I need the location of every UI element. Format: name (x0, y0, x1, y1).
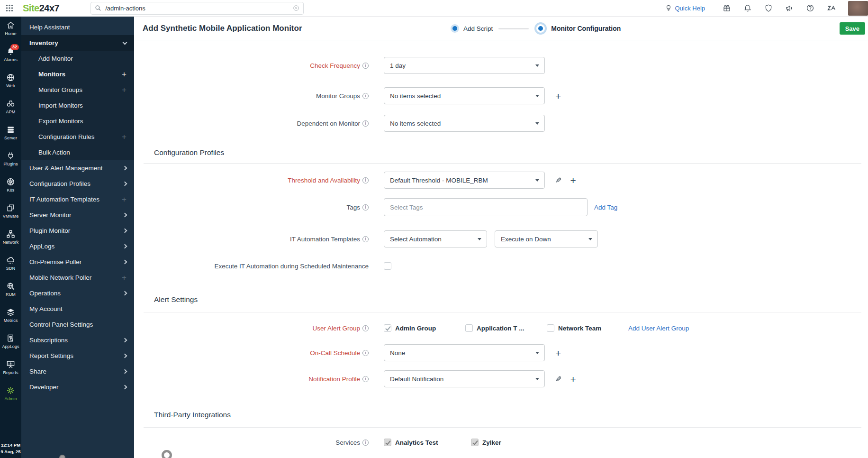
info-icon[interactable]: i (362, 325, 369, 331)
rail-item-plugins[interactable]: Plugins (0, 151, 21, 177)
step-add-script[interactable]: Add Script (451, 24, 493, 33)
service-option[interactable]: Analytics Test (384, 439, 471, 446)
service-option[interactable]: Zylker (471, 439, 558, 446)
rail-item-web[interactable]: Web (0, 73, 21, 99)
rail-item-vmware[interactable]: VMware (0, 203, 21, 229)
save-button[interactable]: Save (840, 22, 865, 35)
sidebar-item-configuration-rules[interactable]: Configuration Rules+ (21, 129, 134, 145)
automation-select[interactable]: Select Automation (384, 230, 487, 247)
sidebar-item-report-settings[interactable]: Report Settings (21, 348, 134, 364)
clear-search-icon[interactable] (293, 5, 299, 11)
sidebar-item-bulk-action[interactable]: Bulk Action (21, 145, 134, 160)
sidebar-item-operations[interactable]: Operations (21, 285, 134, 301)
apps-grid-icon[interactable] (6, 4, 13, 12)
edit-notification-profile-icon[interactable]: ✎ (555, 375, 561, 384)
monitor-groups-select[interactable]: No items selected (384, 87, 545, 104)
sidebar-item-export-monitors[interactable]: Export Monitors (21, 113, 134, 129)
info-icon[interactable]: i (362, 93, 369, 99)
sidebar-item-applogs[interactable]: AppLogs (21, 238, 134, 254)
rail-item-label: Home (5, 31, 16, 36)
info-icon[interactable]: i (362, 204, 369, 211)
plus-icon: + (122, 195, 127, 203)
shield-icon[interactable] (764, 4, 773, 12)
sidebar-item-user-alert-management[interactable]: User & Alert Management (21, 160, 134, 176)
zia-icon[interactable] (827, 4, 836, 12)
rail-item-network[interactable]: Network (0, 229, 21, 255)
user-alert-group-option[interactable]: Admin Group (384, 324, 465, 332)
rail-item-applogs[interactable]: AppLogs (0, 333, 21, 359)
user-alert-group-option[interactable]: Network Team (547, 324, 628, 332)
gift-icon[interactable] (723, 4, 731, 12)
sidebar-item-server-monitor[interactable]: Server Monitor (21, 207, 134, 223)
dependent-monitor-select[interactable]: No items selected (384, 115, 545, 132)
sidebar-item-label: On-Premise Poller (29, 258, 123, 266)
rail-item-server[interactable]: Server (0, 125, 21, 151)
megaphone-icon[interactable] (785, 4, 794, 12)
step-label: Add Script (463, 25, 493, 32)
sidebar-item-mobile-network-poller[interactable]: Mobile Network Poller+ (21, 270, 134, 285)
sidebar-item-developer[interactable]: Developer (21, 379, 134, 395)
sidebar-item-help-assistant[interactable]: Help Assistant (21, 19, 134, 35)
sidebar-item-on-premise-poller[interactable]: On-Premise Poller (21, 254, 134, 270)
add-notification-profile-button[interactable]: + (570, 374, 576, 384)
sidebar-item-configuration-profiles[interactable]: Configuration Profiles (21, 176, 134, 192)
sidebar-item-subscriptions[interactable]: Subscriptions (21, 332, 134, 348)
sidebar-item-label: Subscriptions (29, 337, 123, 344)
rail-item-admin[interactable]: Admin (0, 385, 21, 412)
check-frequency-select[interactable]: 1 day (384, 57, 545, 74)
search-input[interactable] (104, 4, 293, 12)
sidebar-item-my-account[interactable]: My Account (21, 301, 134, 317)
global-search[interactable] (90, 2, 304, 15)
rail-item-sdn[interactable]: SDN (0, 255, 21, 281)
sidebar-item-control-panel-settings[interactable]: Control Panel Settings (21, 317, 134, 332)
info-icon[interactable]: i (362, 63, 369, 69)
sidebar-item-monitors[interactable]: Monitors+ (21, 66, 134, 82)
rail-item-reports[interactable]: Reports (0, 359, 21, 385)
rail-item-rum[interactable]: RUM (0, 281, 21, 307)
quick-help-button[interactable]: Quick Help (665, 4, 705, 12)
add-on-call-schedule-button[interactable]: + (555, 348, 561, 358)
add-tag-link[interactable]: Add Tag (594, 204, 617, 211)
sidebar-item-plugin-monitor[interactable]: Plugin Monitor (21, 223, 134, 238)
user-avatar[interactable] (848, 1, 868, 16)
info-icon[interactable]: i (362, 350, 369, 356)
info-icon[interactable]: i (362, 177, 369, 183)
info-icon[interactable]: i (362, 120, 369, 127)
bell-icon[interactable] (743, 4, 752, 12)
site24x7-logo[interactable]: Site24x7 (23, 3, 59, 14)
chat-widget-button[interactable] (162, 450, 172, 458)
sidebar-item-inventory[interactable]: Inventory (21, 35, 134, 51)
help-icon[interactable] (806, 4, 814, 12)
execute-on-select[interactable]: Execute on Down (495, 230, 598, 247)
user-alert-group-option[interactable]: Application T ... (465, 324, 547, 332)
info-icon[interactable]: i (362, 440, 369, 446)
threshold-select[interactable]: Default Threshold - MOBILE_RBM (384, 172, 545, 189)
reports-icon (6, 359, 15, 369)
sidebar-item-it-automation-templates[interactable]: IT Automation Templates+ (21, 192, 134, 207)
applogs-icon (6, 333, 15, 343)
execute-maintenance-checkbox[interactable] (384, 262, 391, 270)
info-icon[interactable]: i (362, 376, 369, 382)
rail-item-k8s[interactable]: K8s (0, 177, 21, 203)
step-monitor-configuration[interactable]: Monitor Configuration (534, 22, 621, 35)
sidebar-item-monitor-groups[interactable]: Monitor Groups+ (21, 82, 134, 98)
on-call-schedule-select[interactable]: None (384, 344, 545, 361)
chevron-right-icon (123, 354, 127, 358)
sidebar-item-share[interactable]: Share (21, 364, 134, 379)
info-icon[interactable]: i (362, 236, 369, 242)
rail-date: 9 Aug, 25 (1, 449, 21, 455)
edit-threshold-icon[interactable]: ✎ (555, 176, 561, 185)
tags-input[interactable] (384, 198, 588, 216)
notification-profile-select[interactable]: Default Notification (384, 370, 545, 387)
add-user-alert-group-link[interactable]: Add User Alert Group (628, 325, 689, 332)
add-monitor-group-button[interactable]: + (555, 91, 561, 101)
sidebar-item-add-monitor[interactable]: Add Monitor (21, 51, 134, 66)
add-threshold-button[interactable]: + (570, 175, 576, 185)
rail-item-home[interactable]: Home (0, 20, 21, 46)
rail-item-apm[interactable]: APM (0, 99, 21, 125)
sidebar-item-import-monitors[interactable]: Import Monitors (21, 98, 134, 113)
step-label: Monitor Configuration (551, 25, 621, 32)
alarms-icon: 32 (6, 46, 15, 56)
rail-item-metrics[interactable]: Metrics (0, 307, 21, 333)
rail-item-alarms[interactable]: 32Alarms (0, 46, 21, 73)
